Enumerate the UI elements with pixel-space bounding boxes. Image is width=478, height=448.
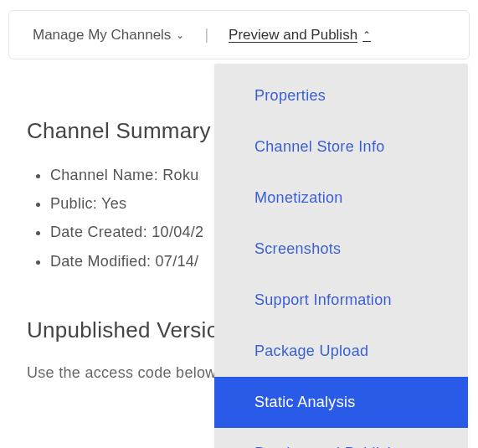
dropdown-item-support-information[interactable]: Support Information bbox=[214, 275, 468, 326]
dropdown-item-package-upload[interactable]: Package Upload bbox=[214, 326, 468, 377]
preview-publish-dropdown: Properties Channel Store Info Monetizati… bbox=[214, 64, 468, 448]
dropdown-item-screenshots[interactable]: Screenshots bbox=[214, 224, 468, 275]
tab-preview-label: Preview and Publish bbox=[229, 27, 357, 44]
tab-manage-label: Manage My Channels bbox=[33, 27, 171, 44]
dropdown-item-channel-store-info[interactable]: Channel Store Info bbox=[214, 121, 468, 173]
dropdown-item-static-analysis[interactable]: Static Analysis bbox=[214, 377, 468, 428]
tab-preview-and-publish[interactable]: Preview and Publish ⌃ bbox=[229, 27, 371, 44]
dropdown-item-properties[interactable]: Properties bbox=[214, 64, 468, 121]
tab-divider: | bbox=[204, 26, 208, 44]
tab-manage-my-channels[interactable]: Manage My Channels ⌄ bbox=[33, 27, 184, 44]
dropdown-item-preview-and-publish[interactable]: Preview and Publish bbox=[214, 428, 468, 448]
dropdown-item-monetization[interactable]: Monetization bbox=[214, 173, 468, 224]
chevron-down-icon: ⌄ bbox=[176, 29, 184, 41]
chevron-up-icon: ⌃ bbox=[362, 29, 371, 41]
top-navigation-bar: Manage My Channels ⌄ | Preview and Publi… bbox=[8, 10, 470, 59]
